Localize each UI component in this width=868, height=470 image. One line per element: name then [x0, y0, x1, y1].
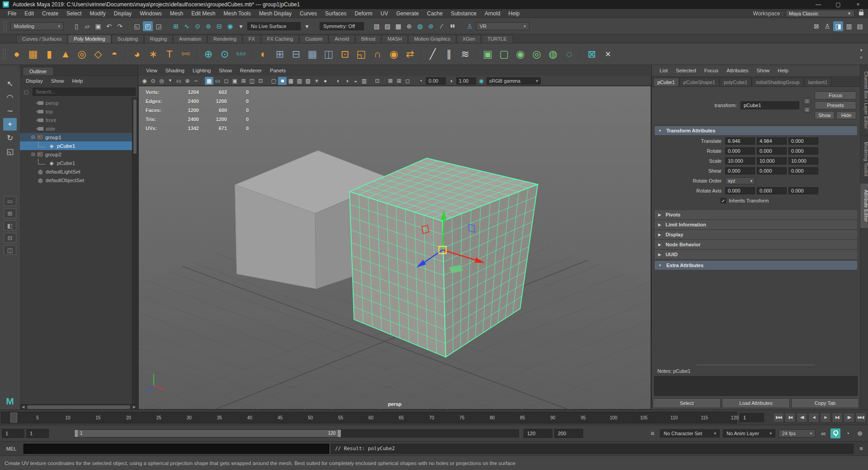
go-to-end-button[interactable]: ▶▶▮	[855, 413, 866, 423]
timeline-frame-60[interactable]: 60	[368, 415, 373, 420]
timeline-frame-45[interactable]: 45	[278, 415, 283, 420]
outliner-item-group2[interactable]: ⊟group2	[20, 150, 132, 159]
auto-keyframe-icon[interactable]	[830, 428, 840, 438]
rotate-axis-field-x[interactable]: 0.000	[725, 187, 755, 194]
filter-icon[interactable]: ▢	[22, 88, 30, 96]
outliner-item-pCube1[interactable]: ◈pCube1	[20, 159, 132, 167]
snap-to-grid-icon[interactable]: ⊞	[171, 21, 181, 31]
shelf-tab-xgen[interactable]: XGen	[457, 35, 481, 43]
timeline-frame-115[interactable]: 115	[701, 415, 708, 420]
shelf-tab-mash[interactable]: MASH	[382, 35, 408, 43]
outliner-item-defaultLightSet[interactable]: ◍defaultLightSet	[20, 167, 132, 176]
attribute-editor-icon[interactable]: ◨	[833, 21, 843, 31]
menu-item[interactable]: Deform	[350, 10, 376, 17]
go-to-start-button[interactable]: ▮◀◀	[773, 413, 784, 423]
outliner-menu-item[interactable]: Help	[68, 78, 87, 84]
lights-icon[interactable]: ☀	[312, 77, 321, 85]
gate-mask-icon[interactable]: ▣	[231, 77, 239, 85]
collapse-icon[interactable]: ⊟	[30, 152, 36, 157]
lasso-select-tool[interactable]: ◠	[3, 91, 17, 103]
symmetry-field[interactable]: Symmetry: Off	[320, 22, 364, 30]
focus-button[interactable]: Focus	[815, 91, 856, 99]
vr-person-icon[interactable]: ♙	[465, 21, 475, 31]
select-camera-icon[interactable]: ◉	[140, 77, 149, 85]
delete-edge-icon[interactable]: ×	[600, 46, 616, 63]
rotate-field-x[interactable]: 0.000	[725, 147, 755, 155]
make-live-icon[interactable]: ▢	[496, 46, 512, 63]
range-slider-track[interactable]: 1 120	[74, 429, 519, 437]
screen-space-ao-icon[interactable]: ◐	[334, 77, 343, 85]
shear-field-y[interactable]: 0.000	[757, 167, 787, 174]
footer-button[interactable]: Load Attributes	[722, 398, 790, 408]
playback-start-field[interactable]: 1	[26, 429, 49, 438]
attribute-editor-menu-item[interactable]: List	[656, 68, 672, 73]
attribute-editor-menu-item[interactable]: Selected	[672, 68, 700, 73]
safe-action-icon[interactable]: ◫	[248, 77, 256, 85]
scale-field-y[interactable]: 10.000	[757, 157, 787, 164]
animation-start-field[interactable]: 1	[2, 429, 24, 438]
zero-transforms-icon[interactable]: 0,0,0	[233, 46, 249, 63]
show-button[interactable]: Show	[815, 111, 835, 119]
poly-type-icon[interactable]: T	[162, 46, 177, 63]
current-frame-field[interactable]: 1	[740, 413, 764, 422]
image-plane-icon[interactable]: ▭	[175, 77, 183, 85]
shelf-tab-rendering[interactable]: Rendering	[208, 35, 242, 43]
timeline-frame-30[interactable]: 30	[187, 415, 192, 420]
timeline-frame-105[interactable]: 105	[640, 415, 648, 420]
timeline-frame-70[interactable]: 70	[429, 415, 434, 420]
shelf-tab-bifrost[interactable]: Bifrost	[355, 35, 381, 43]
two-d-pan-zoom-icon[interactable]: ⊕	[183, 77, 192, 85]
field-chart-icon[interactable]: ⊞	[239, 77, 248, 85]
live-surface-dropdown-icon[interactable]: ▾	[302, 21, 312, 31]
textured-icon[interactable]: ▨	[295, 77, 304, 85]
paint-select-tool[interactable]: ∼	[3, 104, 17, 117]
lattice-icon[interactable]: ⊠	[584, 46, 599, 63]
workspace-lock-icon[interactable]	[859, 12, 863, 15]
attribute-editor-menu-item[interactable]: Attributes	[722, 68, 753, 73]
timeline-frame-120[interactable]: 120	[731, 415, 739, 420]
layout-persp-outliner[interactable]: ◧	[4, 221, 16, 230]
rotate-axis-field-y[interactable]: 0.000	[757, 187, 787, 194]
redo-icon[interactable]: ↷	[115, 21, 125, 31]
outliner-vertical-scrollbar[interactable]	[132, 98, 137, 404]
layout-persp-graph[interactable]: ⊟	[4, 233, 16, 243]
scrollbar-thumb[interactable]	[133, 99, 137, 154]
camera-attributes-icon[interactable]: ◎	[157, 77, 166, 85]
snap-options-dropdown-icon[interactable]: ▾	[236, 21, 246, 31]
translate-field-x[interactable]: 6.946	[725, 137, 755, 145]
isolate-select-icon[interactable]: ⊡	[373, 77, 382, 85]
xray-joints-icon[interactable]: ⊞	[395, 77, 403, 85]
viewport-menu-item[interactable]: Panels	[266, 68, 290, 73]
outliner-item-defaultObjectSet[interactable]: ◍defaultObjectSet	[20, 176, 132, 184]
shear-field-z[interactable]: 0.000	[788, 167, 818, 174]
gamma-field[interactable]: 1.00	[456, 77, 476, 85]
workspace-select[interactable]: Maya Classic▼	[786, 10, 854, 17]
view-transform-select[interactable]: sRGB gamma▾	[486, 77, 541, 85]
select-by-component-icon[interactable]: ◲	[154, 21, 164, 31]
menu-set-select[interactable]: Modeling▾	[10, 22, 64, 30]
shear-field-x[interactable]: 0.000	[725, 167, 755, 174]
shadows-icon[interactable]: ●	[321, 77, 330, 85]
xray-icon[interactable]: ⊠	[386, 77, 395, 85]
range-start-handle[interactable]	[75, 430, 78, 437]
viewport-menu-item[interactable]: Shading	[161, 68, 189, 73]
snap-to-projected-center-icon[interactable]: ⊚	[203, 21, 213, 31]
menu-item[interactable]: Generate	[392, 10, 423, 17]
save-scene-icon[interactable]: ▣	[93, 21, 103, 31]
attribute-tab-initialShadingGroup[interactable]: initialShadingGroup	[752, 78, 803, 86]
safe-title-icon[interactable]: ⊡	[256, 77, 265, 85]
poly-cube-icon[interactable]: ▦	[25, 46, 41, 63]
menu-item[interactable]: Modify	[85, 10, 109, 17]
shelf-options-icon[interactable]: ≡	[858, 55, 865, 61]
attribute-tab-polyCube1[interactable]: polyCube1	[720, 78, 752, 86]
section-uuid[interactable]: ▶UUID	[655, 250, 857, 259]
outliner-item-pCube1[interactable]: ◈pCube1	[20, 141, 132, 150]
menu-item[interactable]: Surfaces	[321, 10, 350, 17]
color-management-icon[interactable]: ◉	[477, 77, 486, 85]
menu-item[interactable]: UV	[377, 10, 392, 17]
step-back-key-button[interactable]: ▮◀	[785, 413, 796, 423]
live-surface-field[interactable]: No Live Surface	[247, 22, 301, 30]
snap-to-curve-icon[interactable]: ∿	[182, 21, 192, 31]
attribute-editor-menu-item[interactable]: Help	[774, 68, 793, 73]
shelf-tab-sculpting[interactable]: Sculpting	[112, 35, 144, 43]
